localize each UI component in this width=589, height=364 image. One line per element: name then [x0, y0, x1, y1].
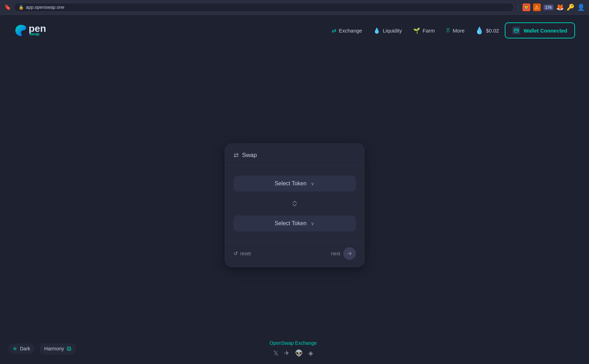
swap-card: ⇄ Swap Select Token ∨	[225, 143, 365, 267]
wallet-connected-button[interactable]: Wallet Connected	[505, 22, 575, 38]
reddit-icon[interactable]: 👽	[295, 349, 303, 357]
select-token-from-button[interactable]: Select Token ∨	[234, 176, 356, 192]
nav-links: ⇄ Exchange 💧 Liquidity 🌱 Farm ⠿ More	[332, 27, 465, 34]
browser-bar: 🔖 🔒 app.openswap.one 🦁 ⚠ 176 🦊 🔑 👤	[0, 0, 589, 15]
more-icon: ⠿	[446, 27, 450, 34]
logo[interactable]: pen Swap	[14, 23, 46, 37]
address-bar[interactable]: 🔒 app.openswap.one	[14, 3, 514, 12]
liquidity-icon: 💧	[373, 27, 380, 34]
telegram-icon[interactable]: ✈	[284, 349, 289, 357]
twitter-icon[interactable]: 𝕏	[273, 349, 279, 357]
theme-toggle[interactable]: ✳ Dark	[8, 343, 35, 354]
select-token-to-label: Select Token	[275, 220, 307, 227]
lock-icon: 🔒	[19, 5, 24, 10]
nav: pen Swap ⇄ Exchange 💧 Liquidity 🌱 Farm ⠿…	[0, 15, 589, 46]
network-selector[interactable]: Harmony ⧉	[40, 343, 76, 355]
key-icon[interactable]: 🔑	[567, 3, 574, 11]
swap-card-icon: ⇄	[234, 151, 239, 159]
reset-label: reset	[240, 251, 251, 256]
nav-more[interactable]: ⠿ More	[446, 27, 465, 34]
theme-label: Dark	[20, 346, 30, 351]
brave-icon[interactable]: 🦁	[523, 3, 530, 11]
footer-brand: OpenSwap Exchange	[270, 340, 317, 346]
badge-count[interactable]: 176	[544, 5, 553, 10]
wallet-label: Wallet Connected	[524, 28, 567, 34]
next-circle	[343, 247, 356, 260]
swap-card-footer: ↺ reset next	[225, 241, 364, 267]
swap-arrows-row	[234, 192, 356, 215]
select-token-from-label: Select Token	[275, 180, 307, 187]
nav-liquidity[interactable]: 💧 Liquidity	[373, 27, 402, 34]
logo-text: pen Swap	[29, 24, 46, 37]
divider	[518, 4, 518, 11]
user-icon[interactable]: 👤	[577, 3, 585, 11]
main-content: ⇄ Swap Select Token ∨	[0, 46, 589, 364]
alert-icon[interactable]: ⚠	[533, 3, 541, 11]
next-button[interactable]: next	[331, 247, 355, 260]
swap-card-header: ⇄ Swap	[225, 144, 364, 166]
theme-icon: ✳	[13, 345, 17, 352]
price-display: 💧 $0.02	[475, 26, 499, 35]
app-container: pen Swap ⇄ Exchange 💧 Liquidity 🌱 Farm ⠿…	[0, 15, 589, 364]
network-icon: ⧉	[67, 345, 71, 352]
token-to-chevron: ∨	[311, 221, 314, 226]
extensions: 🦁 ⚠ 176 🦊 🔑 👤	[523, 3, 585, 11]
token-to-row: Select Token ∨	[234, 215, 356, 231]
footer-social: 𝕏 ✈ 👽 ◈	[273, 349, 313, 357]
footer: ✳ Dark Harmony ⧉ OpenSwap Exchange 𝕏 ✈ 👽…	[0, 340, 589, 364]
exchange-icon: ⇄	[332, 27, 336, 34]
nav-farm[interactable]: 🌱 Farm	[413, 27, 435, 34]
network-label: Harmony	[44, 346, 64, 351]
nav-exchange[interactable]: ⇄ Exchange	[332, 27, 362, 34]
price-drop-icon: 💧	[475, 26, 484, 35]
wallet-icon	[512, 27, 520, 34]
token-from-chevron: ∨	[311, 181, 314, 186]
token-from-row: Select Token ∨	[234, 176, 356, 192]
bookmark-icon[interactable]: 🔖	[4, 4, 11, 10]
reset-icon: ↺	[234, 250, 238, 257]
logo-icon	[14, 23, 28, 37]
swap-direction-button[interactable]	[288, 197, 301, 210]
url-text: app.openswap.one	[26, 5, 64, 10]
next-label: next	[331, 251, 340, 256]
price-value: $0.02	[486, 28, 499, 34]
select-token-to-button[interactable]: Select Token ∨	[234, 215, 356, 231]
reset-button[interactable]: ↺ reset	[234, 250, 251, 257]
swap-title: Swap	[242, 152, 257, 159]
farm-icon: 🌱	[413, 27, 420, 34]
swap-card-body: Select Token ∨ Select Token	[225, 166, 364, 241]
metamask-icon[interactable]: 🦊	[556, 3, 564, 11]
footer-left: ✳ Dark Harmony ⧉	[8, 343, 76, 355]
discord-icon[interactable]: ◈	[308, 349, 313, 357]
footer-center: OpenSwap Exchange 𝕏 ✈ 👽 ◈	[270, 340, 317, 357]
